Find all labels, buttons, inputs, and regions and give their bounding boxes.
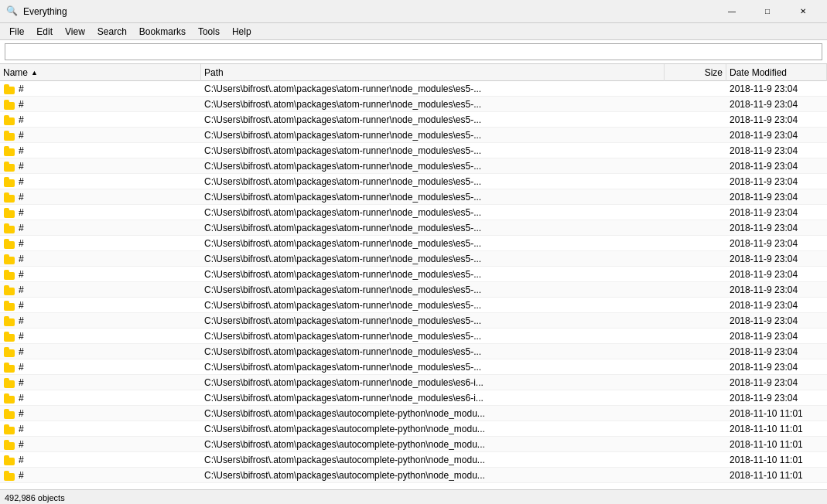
table-row[interactable]: # C:\Users\bifrost\.atom\packages\atom-r…: [0, 375, 827, 390]
cell-date: 2018-11-9 23:04: [726, 143, 827, 158]
cell-path: C:\Users\bifrost\.atom\packages\autocomp…: [201, 452, 665, 468]
maximize-button[interactable]: □: [750, 0, 785, 23]
cell-size: [665, 359, 726, 375]
filename: #: [19, 99, 24, 110]
table-row[interactable]: # C:\Users\bifrost\.atom\packages\atom-r…: [0, 112, 827, 128]
cell-date: 2018-11-9 23:04: [726, 174, 827, 189]
folder-icon: [3, 176, 15, 187]
menu-file[interactable]: File: [3, 23, 30, 40]
search-input[interactable]: [5, 43, 822, 60]
cell-name: #: [0, 282, 201, 298]
folder-icon: [3, 377, 15, 388]
cell-size: [665, 251, 726, 267]
filename: #: [19, 176, 24, 187]
table-row[interactable]: # C:\Users\bifrost\.atom\packages\autoco…: [0, 437, 827, 452]
app-icon: 🔍: [6, 5, 19, 18]
cell-name: #: [0, 375, 201, 390]
table-row[interactable]: # C:\Users\bifrost\.atom\packages\autoco…: [0, 452, 827, 468]
cell-path: C:\Users\bifrost\.atom\packages\atom-run…: [201, 313, 665, 329]
table-row[interactable]: # C:\Users\bifrost\.atom\packages\autoco…: [0, 421, 827, 437]
folder-icon: [3, 192, 15, 203]
cell-date: 2018-11-9 23:04: [726, 205, 827, 220]
minimize-button[interactable]: —: [714, 0, 750, 23]
folder-icon: [3, 99, 15, 110]
cell-path: C:\Users\bifrost\.atom\packages\atom-run…: [201, 251, 665, 267]
table-row[interactable]: # C:\Users\bifrost\.atom\packages\autoco…: [0, 406, 827, 421]
cell-size: [665, 97, 726, 112]
table-row[interactable]: # C:\Users\bifrost\.atom\packages\atom-r…: [0, 158, 827, 174]
cell-path: C:\Users\bifrost\.atom\packages\atom-run…: [201, 267, 665, 282]
filename: #: [19, 300, 24, 311]
folder-icon: [3, 223, 15, 233]
cell-name: #: [0, 143, 201, 158]
menu-edit[interactable]: Edit: [30, 23, 59, 40]
folder-icon: [3, 114, 15, 125]
cell-name: #: [0, 81, 201, 97]
cell-size: [665, 452, 726, 468]
file-list[interactable]: # C:\Users\bifrost\.atom\packages\atom-r…: [0, 81, 827, 489]
filename: #: [19, 161, 24, 172]
table-row[interactable]: # C:\Users\bifrost\.atom\packages\atom-r…: [0, 390, 827, 406]
table-row[interactable]: # C:\Users\bifrost\.atom\packages\atom-r…: [0, 344, 827, 359]
menu-search[interactable]: Search: [91, 23, 133, 40]
filename: #: [19, 424, 24, 434]
window-controls: — □ ✕: [714, 0, 821, 23]
col-header-size[interactable]: Size: [665, 64, 726, 81]
cell-size: [665, 375, 726, 390]
cell-date: 2018-11-9 23:04: [726, 97, 827, 112]
cell-size: [665, 390, 726, 406]
filename: #: [19, 238, 24, 249]
table-row[interactable]: # C:\Users\bifrost\.atom\packages\atom-r…: [0, 359, 827, 375]
filename: #: [19, 83, 24, 94]
cell-date: 2018-11-9 23:04: [726, 359, 827, 375]
cell-date: 2018-11-9 23:04: [726, 390, 827, 406]
cell-path: C:\Users\bifrost\.atom\packages\atom-run…: [201, 236, 665, 251]
cell-date: 2018-11-10 11:01: [726, 468, 827, 483]
folder-icon: [3, 269, 15, 280]
table-row[interactable]: # C:\Users\bifrost\.atom\packages\atom-r…: [0, 313, 827, 329]
table-row[interactable]: # C:\Users\bifrost\.atom\packages\atom-r…: [0, 329, 827, 344]
table-row[interactable]: # C:\Users\bifrost\.atom\packages\atom-r…: [0, 174, 827, 189]
cell-date: 2018-11-9 23:04: [726, 236, 827, 251]
cell-name: #: [0, 313, 201, 329]
cell-path: C:\Users\bifrost\.atom\packages\atom-run…: [201, 220, 665, 236]
cell-date: 2018-11-9 23:04: [726, 251, 827, 267]
cell-name: #: [0, 437, 201, 452]
folder-icon: [3, 284, 15, 295]
search-bar: [0, 40, 827, 64]
table-row[interactable]: # C:\Users\bifrost\.atom\packages\autoco…: [0, 468, 827, 483]
table-row[interactable]: # C:\Users\bifrost\.atom\packages\atom-r…: [0, 220, 827, 236]
table-row[interactable]: # C:\Users\bifrost\.atom\packages\atom-r…: [0, 251, 827, 267]
table-row[interactable]: # C:\Users\bifrost\.atom\packages\atom-r…: [0, 189, 827, 205]
filename: #: [19, 269, 24, 280]
col-header-name[interactable]: Name ▲: [0, 64, 201, 81]
table-row[interactable]: # C:\Users\bifrost\.atom\packages\atom-r…: [0, 282, 827, 298]
cell-path: C:\Users\bifrost\.atom\packages\atom-run…: [201, 97, 665, 112]
table-row[interactable]: # C:\Users\bifrost\.atom\packages\atom-r…: [0, 97, 827, 112]
folder-icon: [3, 408, 15, 419]
table-row[interactable]: # C:\Users\bifrost\.atom\packages\atom-r…: [0, 267, 827, 282]
cell-path: C:\Users\bifrost\.atom\packages\atom-run…: [201, 375, 665, 390]
cell-name: #: [0, 406, 201, 421]
cell-name: #: [0, 452, 201, 468]
col-header-path[interactable]: Path: [201, 64, 665, 81]
cell-date: 2018-11-9 23:04: [726, 220, 827, 236]
table-row[interactable]: # C:\Users\bifrost\.atom\packages\atom-r…: [0, 143, 827, 158]
folder-icon: [3, 455, 15, 465]
cell-size: [665, 205, 726, 220]
cell-name: #: [0, 112, 201, 128]
menu-help[interactable]: Help: [226, 23, 258, 40]
table-row[interactable]: # C:\Users\bifrost\.atom\packages\atom-r…: [0, 298, 827, 313]
cell-path: C:\Users\bifrost\.atom\packages\autocomp…: [201, 437, 665, 452]
col-header-date[interactable]: Date Modified: [726, 64, 827, 81]
table-row[interactable]: # C:\Users\bifrost\.atom\packages\atom-r…: [0, 205, 827, 220]
menu-bookmarks[interactable]: Bookmarks: [133, 23, 192, 40]
table-row[interactable]: # C:\Users\bifrost\.atom\packages\atom-r…: [0, 81, 827, 97]
table-row[interactable]: # C:\Users\bifrost\.atom\packages\atom-r…: [0, 128, 827, 143]
cell-name: #: [0, 128, 201, 143]
folder-icon: [3, 393, 15, 404]
menu-tools[interactable]: Tools: [192, 23, 226, 40]
menu-view[interactable]: View: [59, 23, 91, 40]
close-button[interactable]: ✕: [785, 0, 821, 23]
table-row[interactable]: # C:\Users\bifrost\.atom\packages\atom-r…: [0, 236, 827, 251]
